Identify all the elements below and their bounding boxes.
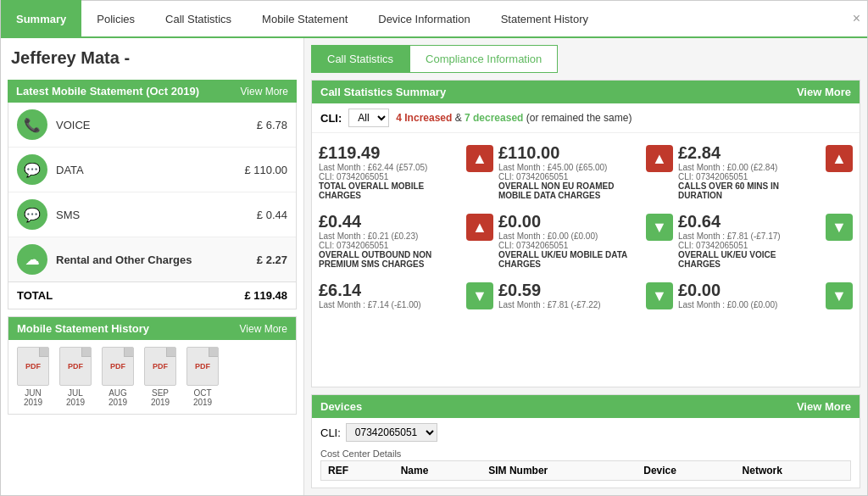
total-row: TOTAL £ 119.48 xyxy=(8,282,297,309)
stat-lastmonth-3: Last Month : £0.21 (£0.23) xyxy=(319,231,461,241)
voice-amount: £ 6.78 xyxy=(257,119,287,131)
stat-info-3: £0.44 Last Month : £0.21 (£0.23) CLI: 07… xyxy=(319,212,461,269)
voice-row: 📞 VOICE £ 6.78 xyxy=(8,103,296,148)
stat-info-7: £0.59 Last Month : £7.81 (-£7.22) xyxy=(498,281,641,309)
stat-lastmonth-1: Last Month : £45.00 (£65.00) xyxy=(498,163,641,172)
latest-statement-view-more[interactable]: View More xyxy=(241,86,288,98)
stat-amount-7: £0.59 xyxy=(498,281,641,300)
arrow-down-icon-4: ▼ xyxy=(646,214,673,241)
stat-cli-0: CLI: 07342065051 xyxy=(319,172,461,181)
cost-center-label: Cost Center Details xyxy=(320,447,851,460)
tab-statement-history[interactable]: Statement History xyxy=(486,0,604,37)
arrow-down-icon-7: ▼ xyxy=(646,282,673,309)
sms-amount: £ 0.44 xyxy=(257,209,287,221)
left-panel: Jefferey Mata - Latest Mobile Statement … xyxy=(1,38,304,495)
stat-card-3: £0.44 Last Month : £0.21 (£0.23) CLI: 07… xyxy=(319,209,493,272)
sms-icon: 💬 xyxy=(17,199,47,230)
pdf-jun[interactable]: PDF JUN2019 xyxy=(17,347,49,407)
history-header: Mobile Statement History View More xyxy=(8,317,296,340)
stat-amount-8: £0.00 xyxy=(678,281,821,300)
stat-lastmonth-5: Last Month : £7.81 (-£7.17) xyxy=(678,231,821,241)
history-view-more[interactable]: View More xyxy=(240,323,287,335)
devices-cli-label: CLI: xyxy=(320,426,341,439)
stat-amount-1: £110.00 xyxy=(498,143,641,163)
stat-info-2: £2.84 Last Month : £0.00 (£2.84) CLI: 07… xyxy=(678,143,821,200)
devices-table-area: Cost Center Details REF Name SIM Number … xyxy=(312,447,860,488)
tab-mobile-statement[interactable]: Mobile Statement xyxy=(247,0,363,37)
devices-col-ref: REF xyxy=(321,461,394,481)
pdf-sep[interactable]: PDF SEP2019 xyxy=(144,347,176,407)
stat-card-6: £6.14 Last Month : £7.14 (-£1.00) ▼ xyxy=(319,277,493,313)
devices-col-device: Device xyxy=(637,461,735,481)
data-label: DATA xyxy=(56,164,244,176)
pdf-oct[interactable]: PDF OCT2019 xyxy=(186,347,219,407)
stat-cli-3: CLI: 07342065051 xyxy=(319,241,461,250)
devices-col-name: Name xyxy=(394,461,482,481)
statement-table: 📞 VOICE £ 6.78 💬 DATA £ 110.00 💬 SMS £ 0… xyxy=(8,103,297,282)
cli-filter: CLI: All 4 Increased & 7 decreased (or r… xyxy=(312,103,860,133)
stat-card-7: £0.59 Last Month : £7.81 (-£7.22) ▼ xyxy=(498,277,673,313)
devices-col-sim: SIM Number xyxy=(481,461,637,481)
rental-row: ☁ Rental and Other Charges £ 2.27 xyxy=(8,237,296,281)
devices-cli-select[interactable]: 07342065051 xyxy=(346,423,437,442)
stat-label-0: TOTAL OVERALL MOBILE CHARGES xyxy=(319,181,461,200)
call-stats-view-more[interactable]: View More xyxy=(797,86,851,98)
data-icon: 💬 xyxy=(17,154,47,185)
stat-info-6: £6.14 Last Month : £7.14 (-£1.00) xyxy=(319,281,461,309)
pdf-aug-label: AUG2019 xyxy=(108,388,127,407)
pdf-sep-label: SEP2019 xyxy=(151,388,170,407)
stat-info-8: £0.00 Last Month : £0.00 (£0.00) xyxy=(678,281,821,309)
tab-device-information[interactable]: Device Information xyxy=(363,0,485,37)
stat-lastmonth-8: Last Month : £0.00 (£0.00) xyxy=(678,300,821,309)
page-title: Jefferey Mata - xyxy=(8,45,297,73)
stat-card-4: £0.00 Last Month : £0.00 (£0.00) CLI: 07… xyxy=(498,209,673,272)
history-section: Mobile Statement History View More PDF J… xyxy=(8,316,297,415)
stat-info-0: £119.49 Last Month : £62.44 (£57.05) CLI… xyxy=(319,143,461,200)
devices-col-network: Network xyxy=(736,461,851,481)
stat-lastmonth-4: Last Month : £0.00 (£0.00) xyxy=(498,231,641,241)
stat-info-1: £110.00 Last Month : £45.00 (£65.00) CLI… xyxy=(498,143,641,200)
inner-tab-bar: Call Statistics Compliance Information xyxy=(311,45,860,73)
inner-tab-call-statistics[interactable]: Call Statistics xyxy=(311,45,409,73)
arrow-down-icon-6: ▼ xyxy=(466,282,493,309)
cli-filter-select[interactable]: All xyxy=(348,109,389,127)
stat-label-4: OVERALL UK/EU MOBILE DATA CHARGES xyxy=(498,250,641,269)
tab-bar: Summary Policies Call Statistics Mobile … xyxy=(1,1,867,38)
devices-header: Devices View More xyxy=(312,395,860,418)
stat-label-3: OVERALL OUTBOUND NON PREMIUM SMS CHARGES xyxy=(319,250,461,269)
stat-amount-0: £119.49 xyxy=(319,143,461,163)
and-text: & xyxy=(452,112,465,124)
arrow-up-icon-3: ▲ xyxy=(466,214,493,241)
tab-summary[interactable]: Summary xyxy=(1,0,81,37)
devices-cli: CLI: 07342065051 xyxy=(312,418,860,447)
latest-statement-section: Latest Mobile Statement (Oct 2019) View … xyxy=(8,80,297,309)
devices-view-more[interactable]: View More xyxy=(797,400,851,413)
decreased-count: 7 decreased xyxy=(465,112,523,124)
latest-statement-header: Latest Mobile Statement (Oct 2019) View … xyxy=(8,80,297,103)
inner-tab-compliance[interactable]: Compliance Information xyxy=(409,45,558,73)
arrow-up-icon-2: ▲ xyxy=(826,145,853,172)
close-button[interactable]: × xyxy=(853,11,860,26)
arrow-up-icon-0: ▲ xyxy=(466,145,493,172)
pdf-aug[interactable]: PDF AUG2019 xyxy=(102,347,134,407)
stat-label-5: OVERALL UK/EU VOICE CHARGES xyxy=(678,250,821,269)
call-stats-header: Call Statistics Summary View More xyxy=(312,81,860,103)
stat-cli-5: CLI: 07342065051 xyxy=(678,241,821,250)
arrow-down-icon-8: ▼ xyxy=(826,282,853,309)
sms-row: 💬 SMS £ 0.44 xyxy=(8,192,296,237)
pdf-aug-icon: PDF xyxy=(102,347,134,386)
tab-call-statistics[interactable]: Call Statistics xyxy=(150,0,247,37)
pdf-jul[interactable]: PDF JUL2019 xyxy=(59,347,92,407)
stat-cli-2: CLI: 07342065051 xyxy=(678,172,821,181)
pdf-jul-label: JUL2019 xyxy=(66,388,85,407)
total-label: TOTAL xyxy=(17,289,53,302)
stat-card-2: £2.84 Last Month : £0.00 (£2.84) CLI: 07… xyxy=(678,140,853,203)
stat-card-0: £119.49 Last Month : £62.44 (£57.05) CLI… xyxy=(319,140,493,203)
tab-policies[interactable]: Policies xyxy=(81,0,150,37)
stat-card-5: £0.64 Last Month : £7.81 (-£7.17) CLI: 0… xyxy=(678,209,853,272)
stats-grid: £119.49 Last Month : £62.44 (£57.05) CLI… xyxy=(312,133,860,320)
call-stats-title: Call Statistics Summary xyxy=(320,86,446,98)
pdf-oct-label: OCT2019 xyxy=(193,388,212,407)
pdf-jun-icon: PDF xyxy=(17,347,49,386)
stats-suffix: (or remained the same) xyxy=(523,112,632,124)
